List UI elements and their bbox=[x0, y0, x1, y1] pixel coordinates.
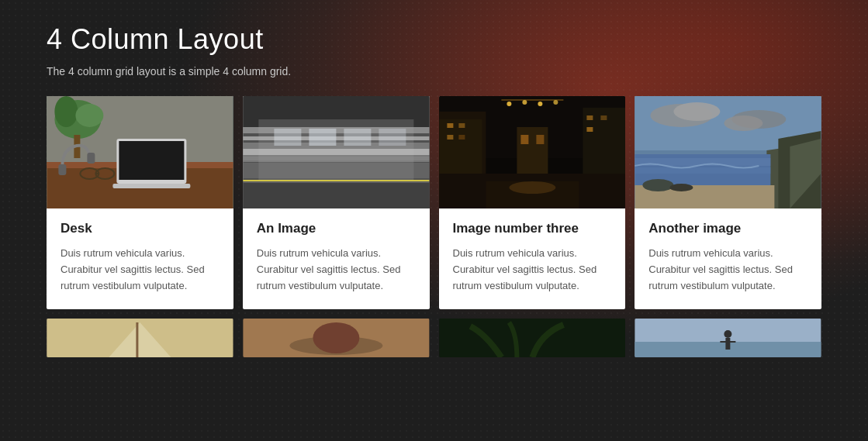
svg-rect-41 bbox=[586, 115, 593, 120]
card-text-desk: Duis rutrum vehicula varius. Curabitur v… bbox=[61, 246, 220, 294]
svg-rect-29 bbox=[243, 180, 429, 208]
svg-point-76 bbox=[313, 322, 359, 353]
page-content: 4 Column Layout The 4 column grid layout… bbox=[0, 0, 868, 373]
svg-rect-37 bbox=[458, 123, 465, 128]
bottom-card-2 bbox=[243, 319, 430, 357]
svg-rect-36 bbox=[447, 123, 453, 128]
svg-point-46 bbox=[507, 102, 511, 106]
card-body-desk: Desk Duis rutrum vehicula varius. Curabi… bbox=[47, 208, 233, 309]
svg-rect-43 bbox=[586, 127, 593, 132]
card-grid: Desk Duis rutrum vehicula varius. Curabi… bbox=[47, 96, 821, 309]
svg-rect-27 bbox=[344, 129, 371, 146]
svg-point-3 bbox=[54, 96, 78, 127]
card-image-beach bbox=[635, 96, 821, 208]
svg-rect-24 bbox=[243, 163, 429, 178]
card-image-train bbox=[243, 96, 430, 208]
svg-point-48 bbox=[538, 102, 542, 106]
svg-rect-66 bbox=[635, 167, 771, 174]
svg-rect-53 bbox=[520, 135, 528, 144]
svg-rect-9 bbox=[119, 141, 184, 180]
svg-rect-38 bbox=[447, 135, 453, 140]
bottom-card-3 bbox=[439, 319, 626, 357]
bottom-card-4 bbox=[635, 319, 821, 357]
card-title-beach: Another image bbox=[648, 221, 807, 236]
svg-rect-31 bbox=[243, 180, 429, 181]
svg-point-69 bbox=[670, 184, 693, 191]
svg-point-58 bbox=[674, 102, 721, 121]
card-text-street: Duis rutrum vehicula varius. Curabitur v… bbox=[453, 246, 612, 294]
svg-rect-26 bbox=[309, 129, 336, 146]
card-body-train: An Image Duis rutrum vehicula varius. Cu… bbox=[243, 208, 430, 309]
svg-rect-52 bbox=[517, 127, 548, 174]
bottom-row bbox=[47, 319, 821, 357]
card-image-street bbox=[439, 96, 626, 208]
svg-point-51 bbox=[509, 181, 555, 194]
card-beach: Another image Duis rutrum vehicula variu… bbox=[635, 96, 821, 309]
card-title-desk: Desk bbox=[61, 221, 220, 236]
card-train: An Image Duis rutrum vehicula varius. Cu… bbox=[243, 96, 430, 309]
card-title-street: Image number three bbox=[453, 221, 612, 236]
card-body-street: Image number three Duis rutrum vehicula … bbox=[439, 208, 626, 309]
page-subtitle: The 4 column grid layout is a simple 4 c… bbox=[47, 65, 821, 78]
card-image-desk bbox=[47, 96, 233, 208]
card-title-train: An Image bbox=[257, 221, 416, 236]
svg-rect-39 bbox=[458, 135, 465, 140]
svg-rect-15 bbox=[87, 153, 95, 164]
card-body-beach: Another image Duis rutrum vehicula variu… bbox=[635, 208, 821, 309]
svg-rect-73 bbox=[136, 322, 138, 357]
svg-rect-22 bbox=[243, 149, 429, 155]
card-desk: Desk Duis rutrum vehicula varius. Curabi… bbox=[47, 96, 233, 309]
card-text-train: Duis rutrum vehicula varius. Curabitur v… bbox=[257, 246, 416, 294]
page-title: 4 Column Layout bbox=[47, 23, 821, 56]
svg-point-4 bbox=[75, 104, 103, 127]
svg-rect-54 bbox=[536, 135, 544, 144]
svg-point-68 bbox=[643, 179, 674, 191]
svg-rect-25 bbox=[274, 129, 301, 146]
svg-point-60 bbox=[724, 115, 763, 131]
svg-rect-23 bbox=[243, 157, 429, 160]
bottom-card-1 bbox=[47, 319, 233, 357]
svg-rect-82 bbox=[726, 338, 731, 350]
svg-point-81 bbox=[724, 330, 732, 338]
card-street: Image number three Duis rutrum vehicula … bbox=[439, 96, 626, 309]
card-text-beach: Duis rutrum vehicula varius. Curabitur v… bbox=[648, 246, 807, 294]
svg-rect-14 bbox=[58, 164, 66, 175]
svg-rect-42 bbox=[600, 115, 607, 120]
svg-rect-28 bbox=[379, 129, 406, 146]
svg-point-49 bbox=[553, 100, 558, 105]
svg-rect-10 bbox=[112, 184, 190, 188]
svg-point-47 bbox=[522, 100, 527, 105]
